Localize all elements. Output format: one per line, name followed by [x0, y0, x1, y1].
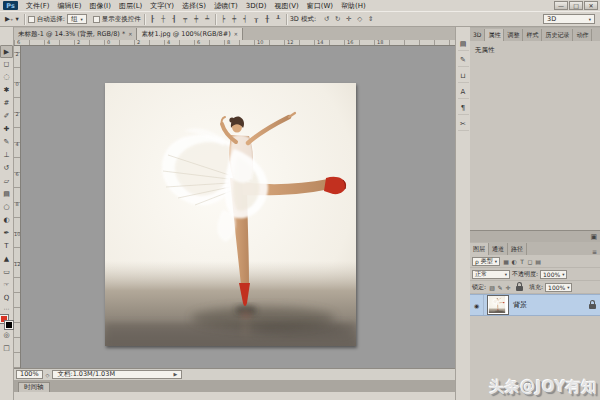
menu-edit[interactable]: 编辑(E) — [54, 1, 86, 11]
tab-layers[interactable]: 图层 — [470, 243, 489, 255]
distribute-left-icon[interactable]: ┰ — [252, 13, 261, 26]
auto-select-checkbox[interactable] — [28, 16, 35, 23]
filter-smart-objects-icon[interactable]: ▤ — [534, 258, 542, 265]
character-panel-icon[interactable]: A — [458, 87, 469, 99]
dodge-tool[interactable]: ◐ — [0, 214, 13, 227]
document-tab-sucai1[interactable]: 素材1.jpg @ 100%(RGB/8#) ✕ — [137, 28, 243, 40]
blur-tool[interactable]: ○ — [0, 201, 13, 214]
align-top-icon[interactable]: ┯ — [181, 13, 190, 26]
lock-image-pixels-icon[interactable]: ✎ — [496, 284, 504, 291]
menu-filter[interactable]: 滤镜(T) — [210, 1, 242, 11]
document-canvas[interactable] — [105, 83, 356, 346]
menu-3d[interactable]: 3D(D) — [242, 2, 271, 10]
align-left-icon[interactable]: ┠ — [148, 13, 157, 26]
layer-row-background[interactable]: ◉ 背景 — [470, 294, 600, 316]
filter-shape-layers-icon[interactable]: ◻ — [526, 258, 534, 265]
brushes-panel-icon[interactable]: ✎ — [458, 55, 469, 67]
show-transform-checkbox[interactable] — [93, 16, 100, 23]
menu-view[interactable]: 视图(V) — [270, 1, 302, 11]
screen-mode-icon[interactable]: □ — [0, 342, 13, 355]
fill-field[interactable]: 100% ▾ — [545, 283, 572, 292]
workspace-switcher[interactable]: 3D▾ — [543, 14, 595, 24]
menu-type[interactable]: 文字(Y) — [146, 1, 178, 11]
3d-roll-icon[interactable]: ↻ — [333, 13, 342, 26]
tab-styles[interactable]: 样式 — [523, 29, 542, 41]
eraser-tool[interactable]: ▱ — [0, 175, 13, 188]
panel-collapse-icon[interactable]: ▣ — [590, 233, 597, 241]
paragraph-panel-icon[interactable]: ¶ — [458, 103, 469, 115]
distribute-middle-icon[interactable]: ┿ — [230, 13, 239, 26]
layer-thumbnail[interactable] — [487, 295, 509, 315]
move-tool[interactable]: ▶ — [0, 45, 13, 58]
clone-source-panel-icon[interactable]: ⊔ — [458, 71, 469, 83]
menu-window[interactable]: 窗口(W) — [303, 1, 337, 11]
3d-slide-icon[interactable]: ◇ — [355, 13, 364, 26]
tab-actions[interactable]: 动作 — [573, 29, 592, 41]
lock-transparent-pixels-icon[interactable]: ▨ — [488, 284, 496, 291]
zoom-level-field[interactable]: 100% — [16, 370, 43, 379]
filter-type-layers-icon[interactable]: T — [518, 258, 526, 265]
tab-channels[interactable]: 通道 — [489, 243, 508, 255]
menu-file[interactable]: 文件(F) — [22, 1, 54, 11]
align-middle-icon[interactable]: ┿ — [192, 13, 201, 26]
filter-adjustment-layers-icon[interactable]: ◐ — [510, 258, 518, 265]
rectangular-marquee-tool[interactable]: ◻ — [0, 58, 13, 71]
3d-scale-icon[interactable]: ⇕ — [366, 13, 375, 26]
pen-tool[interactable]: ✒ — [0, 227, 13, 240]
menu-image[interactable]: 图像(I) — [85, 1, 115, 11]
menu-select[interactable]: 选择(S) — [178, 1, 210, 11]
scissors-panel-icon[interactable]: ✂ — [458, 119, 469, 131]
align-center-h-icon[interactable]: ┼ — [159, 13, 168, 26]
3d-rotate-icon[interactable]: ↺ — [322, 13, 331, 26]
maximize-button[interactable]: □ — [569, 1, 583, 10]
tool-preset-icon[interactable]: ▶₊ ▾ — [3, 15, 21, 23]
align-bottom-icon[interactable]: ┷ — [203, 13, 212, 26]
close-icon[interactable]: ✕ — [128, 31, 132, 37]
document-tab-untitled[interactable]: 未标题-1 @ 14.3% (背景, RGB/8) * ✕ — [14, 28, 137, 40]
lasso-tool[interactable]: ◌ — [0, 71, 13, 84]
gradient-tool[interactable]: ▤ — [0, 188, 13, 201]
distribute-right-icon[interactable]: ┸ — [274, 13, 283, 26]
healing-brush-tool[interactable]: ✚ — [0, 123, 13, 136]
panel-menu-icon[interactable]: ≡ — [589, 248, 600, 255]
layer-visibility-eye-icon[interactable]: ◉ — [470, 295, 484, 315]
tab-paths[interactable]: 路径 — [508, 243, 527, 255]
close-icon[interactable]: ✕ — [234, 31, 238, 37]
quick-mask-icon[interactable]: ◎ — [0, 329, 13, 342]
quick-selection-tool[interactable]: ✱ — [0, 84, 13, 97]
zoom-tool[interactable]: Q — [0, 292, 13, 305]
minimize-button[interactable]: — — [554, 1, 568, 10]
type-tool[interactable]: T — [0, 240, 13, 253]
lock-all-icon[interactable] — [516, 286, 523, 291]
distribute-top-icon[interactable]: ┝ — [219, 13, 228, 26]
layer-filter-dropdown[interactable]: ρ 类型 ▾ — [472, 257, 500, 266]
clone-stamp-tool[interactable]: ⊥ — [0, 149, 13, 162]
background-color-swatch[interactable] — [5, 321, 13, 329]
history-brush-tool[interactable]: ↺ — [0, 162, 13, 175]
distribute-bottom-icon[interactable]: ┥ — [241, 13, 250, 26]
brush-tool[interactable]: ✎ — [0, 136, 13, 149]
opacity-field[interactable]: 100% ▾ — [540, 270, 567, 279]
blend-mode-dropdown[interactable]: 正常 ▾ — [472, 270, 510, 279]
shape-tool[interactable]: ▭ — [0, 266, 13, 279]
tab-timeline[interactable]: 时间轴 — [18, 382, 50, 392]
menu-help[interactable]: 帮助(H) — [337, 1, 370, 11]
tab-history[interactable]: 历史记录 — [542, 29, 573, 41]
distribute-center-icon[interactable]: ╂ — [263, 13, 272, 26]
menu-layer[interactable]: 图层(L) — [115, 1, 146, 11]
close-button[interactable]: ✕ — [584, 1, 598, 10]
tab-properties[interactable]: 属性 — [485, 29, 504, 41]
align-right-icon[interactable]: ┨ — [170, 13, 179, 26]
hand-tool[interactable]: ☞ — [0, 279, 13, 292]
document-size-indicator[interactable]: 文档:1.03M/1.03M ▶ — [52, 370, 182, 379]
canvas-image-dancer[interactable] — [105, 83, 356, 346]
filter-pixel-layers-icon[interactable]: ▦ — [502, 258, 510, 265]
tab-adjustments[interactable]: 调整 — [504, 29, 523, 41]
brush-presets-panel-icon[interactable]: ▤ — [458, 39, 469, 51]
vertical-ruler[interactable]: 2024681012 — [14, 46, 21, 368]
edit-toolbar-icon[interactable]: ⋯ — [4, 305, 10, 313]
crop-tool[interactable]: # — [0, 97, 13, 110]
auto-select-dropdown[interactable]: 组▾ — [67, 14, 87, 24]
lock-position-icon[interactable]: ✛ — [504, 284, 512, 291]
path-selection-tool[interactable]: ▲ — [0, 253, 13, 266]
